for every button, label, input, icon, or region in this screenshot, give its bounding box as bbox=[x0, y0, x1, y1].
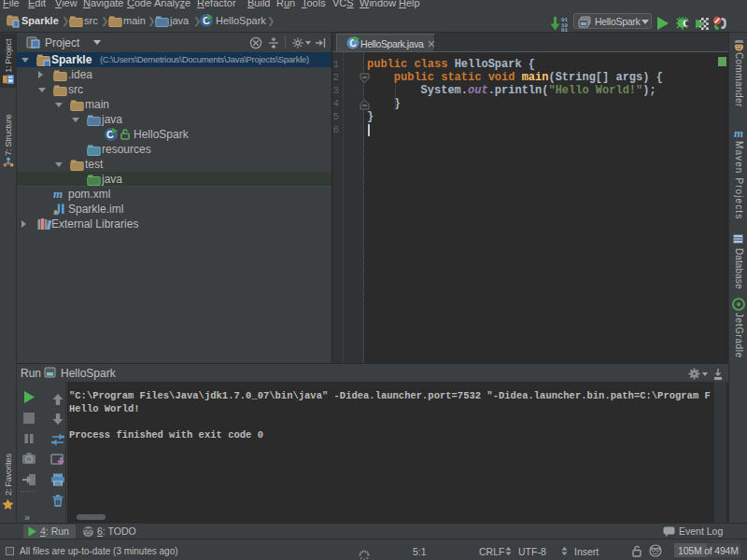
svg-text:01: 01 bbox=[561, 27, 569, 32]
